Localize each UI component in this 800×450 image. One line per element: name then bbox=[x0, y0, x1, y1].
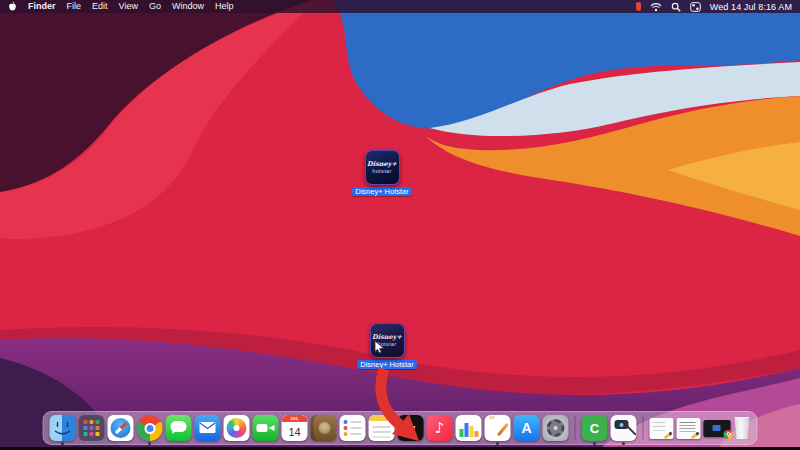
calendar-month: JUL bbox=[282, 415, 308, 422]
music-icon: ♪ bbox=[427, 415, 453, 441]
photos-icon bbox=[224, 415, 250, 441]
hotstar-brand-text: hotstar bbox=[372, 169, 392, 175]
menu-edit[interactable]: Edit bbox=[92, 0, 108, 13]
mail-icon bbox=[195, 415, 221, 441]
wallpaper bbox=[0, 0, 800, 450]
menu-window[interactable]: Window bbox=[172, 0, 204, 13]
dock-divider bbox=[643, 416, 644, 440]
apple-tv-icon: tv bbox=[398, 415, 424, 441]
finder-icon bbox=[50, 415, 76, 441]
minimized-document-icon bbox=[650, 418, 674, 439]
dock-pages[interactable]: “ bbox=[485, 415, 511, 441]
menu-bar-clock[interactable]: Wed 14 Jul 8:16 AM bbox=[710, 2, 792, 12]
dock-photos[interactable] bbox=[224, 415, 250, 441]
notes-icon bbox=[369, 415, 395, 441]
facetime-icon bbox=[253, 415, 279, 441]
dock: JUL 14 tv ♪ “ A bbox=[43, 411, 758, 445]
screen-recording-indicator-icon[interactable] bbox=[636, 2, 641, 11]
dock-reminders[interactable] bbox=[340, 415, 366, 441]
dock-minimized-document-2[interactable] bbox=[677, 415, 701, 441]
spotlight-search-icon[interactable] bbox=[671, 2, 681, 12]
menu-bar: Finder File Edit View Go Window Help bbox=[0, 0, 800, 13]
dock-notes[interactable] bbox=[369, 415, 395, 441]
contacts-icon bbox=[311, 415, 337, 441]
apple-menu-icon[interactable] bbox=[8, 2, 17, 12]
dock-messages[interactable] bbox=[166, 415, 192, 441]
dock-facetime[interactable] bbox=[253, 415, 279, 441]
music-note-glyph: ♪ bbox=[435, 421, 445, 436]
running-indicator bbox=[622, 442, 625, 445]
running-indicator bbox=[61, 442, 64, 445]
dock-divider bbox=[575, 416, 576, 440]
dock-contacts[interactable] bbox=[311, 415, 337, 441]
disney-brand-text: Disney+ bbox=[367, 161, 397, 168]
mouse-cursor-icon bbox=[374, 340, 385, 354]
dock-safari[interactable] bbox=[108, 415, 134, 441]
dock-chrome[interactable] bbox=[137, 415, 163, 441]
calendar-icon: JUL 14 bbox=[282, 415, 308, 441]
running-indicator bbox=[148, 442, 151, 445]
calendar-day: 14 bbox=[282, 422, 308, 441]
menu-help[interactable]: Help bbox=[215, 0, 234, 13]
minimized-document-icon bbox=[677, 418, 701, 439]
pages-icon: “ bbox=[485, 415, 511, 441]
safari-icon bbox=[108, 415, 134, 441]
chrome-icon bbox=[137, 415, 163, 441]
numbers-icon bbox=[456, 415, 482, 441]
desktop-icon-disney-hotstar-2[interactable]: Disney+ hotstar Disney+ Hotstar bbox=[359, 323, 415, 369]
desktop-icon-label: Disney+ Hotstar bbox=[352, 187, 412, 196]
running-indicator bbox=[593, 442, 596, 445]
dock-launchpad[interactable] bbox=[79, 415, 105, 441]
dock-minimized-chrome-window[interactable] bbox=[704, 415, 731, 441]
desktop-icon-label: Disney+ Hotstar bbox=[357, 360, 417, 369]
screen-recorder-icon bbox=[611, 415, 637, 441]
dock-camtasia[interactable]: C bbox=[582, 415, 608, 441]
menu-finder[interactable]: Finder bbox=[28, 0, 56, 13]
dock-system-preferences[interactable] bbox=[543, 415, 569, 441]
minimized-chrome-window-icon bbox=[704, 420, 731, 437]
app-store-icon: A bbox=[514, 415, 540, 441]
disney-hotstar-app-icon[interactable]: Disney+ hotstar bbox=[365, 150, 400, 185]
gear-icon bbox=[543, 415, 569, 441]
desktop-icon-disney-hotstar-1[interactable]: Disney+ hotstar Disney+ Hotstar bbox=[354, 150, 410, 196]
trash-icon bbox=[734, 417, 751, 439]
dock-trash[interactable] bbox=[734, 415, 751, 441]
running-indicator bbox=[496, 442, 499, 445]
dock-app-store[interactable]: A bbox=[514, 415, 540, 441]
camtasia-icon: C bbox=[582, 415, 608, 441]
dock-finder[interactable] bbox=[50, 415, 76, 441]
dock-numbers[interactable] bbox=[456, 415, 482, 441]
reminders-icon bbox=[340, 415, 366, 441]
menu-go[interactable]: Go bbox=[149, 0, 161, 13]
launchpad-icon bbox=[79, 415, 105, 441]
dock-tv[interactable]: tv bbox=[398, 415, 424, 441]
dock-screen-recorder[interactable] bbox=[611, 415, 637, 441]
menu-view[interactable]: View bbox=[119, 0, 138, 13]
dock-minimized-document-1[interactable] bbox=[650, 415, 674, 441]
dock-mail[interactable] bbox=[195, 415, 221, 441]
macos-desktop: Finder File Edit View Go Window Help bbox=[0, 0, 800, 450]
menu-file[interactable]: File bbox=[67, 0, 82, 13]
messages-icon bbox=[166, 415, 192, 441]
wifi-icon[interactable] bbox=[650, 2, 662, 12]
control-center-icon[interactable] bbox=[690, 2, 701, 12]
dock-calendar[interactable]: JUL 14 bbox=[282, 415, 308, 441]
dock-music[interactable]: ♪ bbox=[427, 415, 453, 441]
